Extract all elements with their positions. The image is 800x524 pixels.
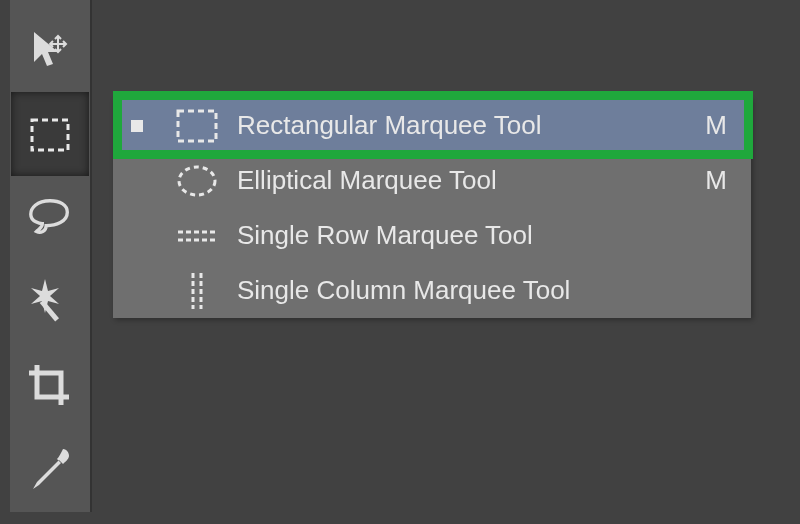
svg-rect-5 bbox=[178, 111, 216, 141]
svg-rect-2 bbox=[32, 120, 68, 150]
toolbar-crop-tool[interactable] bbox=[11, 344, 89, 428]
marquee-tool-icon bbox=[25, 109, 75, 159]
toolbar-lasso-tool[interactable] bbox=[11, 176, 89, 260]
toolbar-magic-wand-tool[interactable] bbox=[11, 260, 89, 344]
flyout-item-shortcut: M bbox=[705, 110, 727, 141]
move-tool-icon bbox=[25, 25, 75, 75]
flyout-single-row-marquee[interactable]: Single Row Marquee Tool bbox=[113, 208, 751, 263]
flyout-elliptical-marquee[interactable]: Elliptical Marquee Tool M bbox=[113, 153, 751, 208]
lasso-tool-icon bbox=[25, 193, 75, 243]
toolbar bbox=[10, 0, 92, 512]
flyout-item-label: Single Column Marquee Tool bbox=[237, 275, 727, 306]
magic-wand-tool-icon bbox=[25, 277, 75, 327]
toolbar-move-tool[interactable] bbox=[11, 8, 89, 92]
flyout-item-label: Rectangular Marquee Tool bbox=[237, 110, 705, 141]
crop-tool-icon bbox=[25, 361, 75, 411]
marquee-flyout-menu: Rectangular Marquee Tool M Elliptical Ma… bbox=[113, 98, 751, 318]
column-marquee-icon bbox=[173, 271, 221, 311]
flyout-rectangular-marquee[interactable]: Rectangular Marquee Tool M bbox=[113, 98, 751, 153]
svg-point-6 bbox=[179, 167, 215, 195]
flyout-item-label: Single Row Marquee Tool bbox=[237, 220, 727, 251]
ellipse-marquee-icon bbox=[173, 161, 221, 201]
toolbar-eyedropper-tool[interactable] bbox=[11, 428, 89, 512]
row-marquee-icon bbox=[173, 216, 221, 256]
workspace: Rectangular Marquee Tool M Elliptical Ma… bbox=[0, 0, 800, 524]
active-indicator-icon bbox=[131, 120, 143, 132]
flyout-item-label: Elliptical Marquee Tool bbox=[237, 165, 705, 196]
rect-marquee-icon bbox=[173, 106, 221, 146]
flyout-item-shortcut: M bbox=[705, 165, 727, 196]
toolbar-marquee-tool[interactable] bbox=[11, 92, 89, 176]
eyedropper-tool-icon bbox=[25, 445, 75, 495]
flyout-single-column-marquee[interactable]: Single Column Marquee Tool bbox=[113, 263, 751, 318]
